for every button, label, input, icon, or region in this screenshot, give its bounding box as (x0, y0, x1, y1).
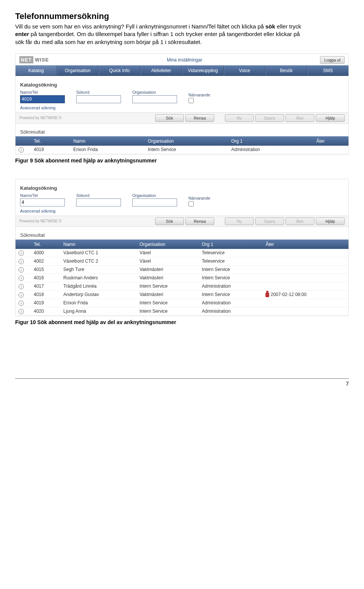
tab-voice[interactable]: Voice (224, 66, 265, 76)
netwise-app-2: Katalogsökning Namn/Tel Sökord Organisat… (15, 179, 349, 316)
input-namntel-2[interactable] (20, 198, 65, 206)
tab-katalog[interactable]: Katalog (16, 66, 57, 76)
label-namntel: Namn/Tel (20, 90, 65, 94)
info-icon[interactable]: i (19, 276, 24, 281)
cell-org: Intern Service (136, 307, 199, 315)
table-row[interactable]: i4002Växelbord CTC 2VäxelTeleservice (16, 257, 348, 265)
table-row[interactable]: i4019Erixon FridaIntern ServiceAdministr… (16, 146, 348, 154)
tab-sms[interactable]: SMS (307, 66, 348, 76)
cell-tel: 4000 (31, 249, 60, 257)
col-org1[interactable]: Org 1 (228, 136, 314, 146)
input-sokord[interactable] (76, 95, 121, 103)
col-org[interactable]: Organisation (145, 136, 228, 146)
info-icon[interactable]: i (19, 284, 24, 289)
cell-namn: Andertorp Gustav (60, 290, 136, 299)
intro-sok: sök (265, 23, 275, 30)
ater-button[interactable]: Åter (286, 114, 314, 122)
info-icon[interactable]: i (19, 309, 24, 314)
ny-button[interactable]: Ny (225, 114, 254, 122)
info-icon[interactable]: i (19, 301, 24, 306)
input-org[interactable] (132, 95, 177, 103)
settings-link[interactable]: Mina inställningar (49, 57, 320, 63)
rensa-button-2[interactable]: Rensa (185, 217, 214, 225)
cell-org: Växel (136, 249, 199, 257)
table-row[interactable]: i4000Växelbord CTC 1VäxelTeleservice (16, 249, 348, 257)
info-icon[interactable]: i (19, 147, 24, 153)
tab-aktiviteter[interactable]: Aktiviteter (140, 66, 182, 76)
cell-org: Växel (136, 257, 199, 265)
cell-tel: 4018 (31, 290, 60, 299)
results-table-2: Tel. Namn Organisation Org 1 Åter i4000V… (16, 239, 348, 316)
cell-ater (262, 282, 348, 290)
tab-quickinfo[interactable]: Quick Info (99, 66, 140, 76)
action-bar-2: Powered by NETWISE © Sök Rensa Ny Spara … (16, 216, 348, 227)
hjalp-button-2[interactable]: Hjälp (316, 217, 345, 225)
field-org: Organisation (132, 90, 177, 103)
col-tel[interactable]: Tel. (31, 136, 70, 146)
col-namn[interactable]: Namn (70, 136, 145, 146)
info-icon[interactable]: i (19, 250, 24, 256)
table-row[interactable]: i4018Andertorp GustavVaktmästeriIntern S… (16, 290, 348, 299)
col-org1-2[interactable]: Org 1 (199, 239, 262, 249)
tab-organisation[interactable]: Organisation (57, 66, 99, 76)
advanced-search-link[interactable]: Avancerad sökning (16, 105, 348, 112)
info-icon[interactable]: i (19, 267, 24, 272)
hjalp-button[interactable]: Hjälp (316, 114, 345, 122)
tab-besok[interactable]: Besök (265, 66, 307, 76)
col-org-2[interactable]: Organisation (136, 239, 199, 249)
field-narv-2: Närvarande (188, 196, 210, 206)
logout-button[interactable]: Logga ut (320, 56, 345, 64)
info-icon[interactable]: i (19, 259, 24, 264)
col-ater[interactable]: Åter (313, 136, 348, 146)
field-narv: Närvarande (188, 93, 210, 103)
cell-org: Vaktmästeri (136, 265, 199, 274)
sok-button[interactable]: Sök (155, 114, 184, 122)
intro-enter: enter (15, 31, 29, 37)
cell-ater (262, 274, 348, 282)
cell-namn: Segh Ture (60, 265, 136, 274)
cell-tel: 4016 (31, 274, 60, 282)
tab-vidarekoppling[interactable]: Vidarekoppling (182, 66, 224, 76)
spara-button-2[interactable]: Spara (255, 217, 284, 225)
ny-button-2[interactable]: Ny (225, 217, 254, 225)
input-org-2[interactable] (132, 198, 177, 206)
label-sokord: Sökord (76, 90, 121, 94)
sok-button-2[interactable]: Sök (155, 217, 184, 225)
table-row[interactable]: i4015Segh TureVaktmästeriIntern Service (16, 265, 348, 274)
cell-ater (262, 249, 348, 257)
search-fields: Namn/Tel Sökord Organisation Närvarande (16, 90, 348, 105)
col-ater-2[interactable]: Åter (262, 239, 348, 249)
cell-ater: 2007-02-12 08:00 (262, 290, 348, 299)
logo-net: NET (19, 56, 33, 63)
col-namn-2[interactable]: Namn (60, 239, 136, 249)
action-buttons-2: Sök Rensa Ny Spara Åter Hjälp (155, 217, 345, 225)
cell-namn: Trädgård Linnéa (60, 282, 136, 290)
cell-org: Vaktmästeri (136, 290, 199, 299)
spara-button[interactable]: Spara (255, 114, 284, 122)
table-row[interactable]: i4020Ljung AnnaIntern ServiceAdministrat… (16, 307, 348, 315)
cell-org1: Teleservice (199, 249, 262, 257)
cell-tel: 4019 (31, 146, 70, 154)
checkbox-narv[interactable] (188, 98, 194, 103)
intro-paragraph: Vill du se vem som har en viss anknytnin… (15, 23, 303, 46)
info-icon[interactable]: i (19, 292, 24, 298)
netwise-logo: NET WISE (19, 56, 49, 63)
advanced-search-link-2[interactable]: Avancerad sökning (16, 208, 348, 216)
main-tabs: Katalog Organisation Quick Info Aktivite… (16, 65, 348, 76)
page-number: 7 (15, 378, 349, 387)
checkbox-narv-2[interactable] (188, 201, 194, 206)
figure-9-caption: Figur 9 Sök abonnent med hjälp av anknyt… (15, 157, 349, 164)
col-tel-2[interactable]: Tel. (31, 239, 60, 249)
table-row[interactable]: i4016Ruskman AndersVaktmästeriIntern Ser… (16, 274, 348, 282)
rensa-button[interactable]: Rensa (185, 114, 214, 122)
label-sokord-2: Sökord (76, 193, 121, 198)
input-namntel[interactable] (20, 95, 65, 103)
table-row[interactable]: i4017Trädgård LinnéaIntern ServiceAdmini… (16, 282, 348, 290)
intro-text-1: Vill du se vem som har en viss anknytnin… (15, 23, 265, 30)
input-sokord-2[interactable] (76, 198, 121, 206)
table-row[interactable]: i4019Erixon FridaIntern ServiceAdministr… (16, 299, 348, 307)
ater-button-2[interactable]: Åter (286, 217, 314, 225)
cell-namn: Erixon Frida (70, 146, 145, 154)
cell-namn: Växelbord CTC 1 (60, 249, 136, 257)
cell-org: Intern Service (145, 146, 228, 154)
